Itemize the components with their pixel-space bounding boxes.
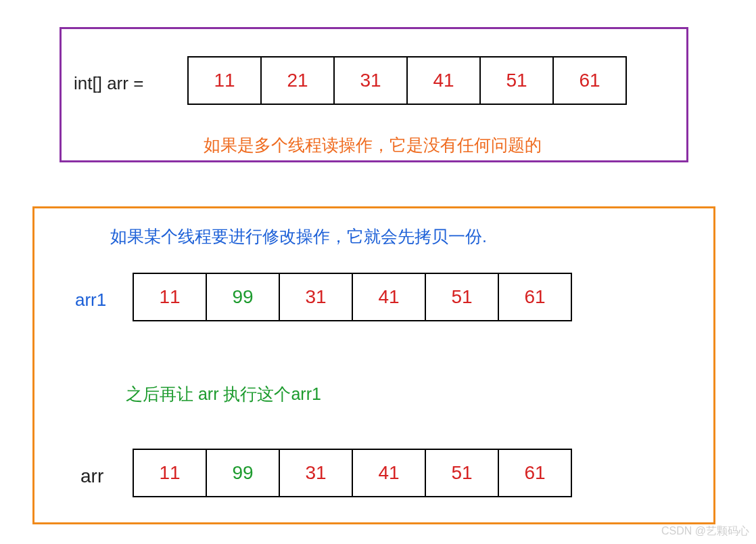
array-cell: 61	[552, 56, 627, 105]
array-cell: 41	[352, 449, 426, 497]
array-cell: 31	[279, 273, 353, 321]
panel-copy-on-write: 如果某个线程要进行修改操作，它就会先拷贝一份. arr1 11 99 31 41…	[32, 206, 715, 524]
panel-original-array: int[] arr = 11 21 31 41 51 61 如果是多个线程读操作…	[60, 27, 688, 162]
note-assign-arr: 之后再让 arr 执行这个arr1	[126, 383, 321, 405]
array-cell: 11	[187, 56, 262, 105]
label-arr: arr	[80, 466, 103, 487]
note-modify-copy: 如果某个线程要进行修改操作，它就会先拷贝一份.	[110, 225, 487, 248]
watermark: CSDN @艺颗码心	[661, 524, 749, 539]
array-cell: 31	[333, 56, 408, 105]
label-arr1: arr1	[75, 290, 106, 311]
array-cell: 51	[425, 273, 499, 321]
array-cell: 61	[498, 273, 572, 321]
note-read-safe: 如果是多个线程读操作，它是没有任何问题的	[204, 134, 542, 156]
array-cell: 51	[479, 56, 554, 105]
array-row-arr: 11 99 31 41 51 61	[133, 449, 572, 497]
label-int-arr: int[] arr =	[74, 73, 143, 94]
array-cell: 51	[425, 449, 499, 497]
array-cell: 41	[406, 56, 481, 105]
array-cell: 11	[133, 273, 207, 321]
array-cell: 41	[352, 273, 426, 321]
array-cell: 61	[498, 449, 572, 497]
array-cell-modified: 99	[206, 273, 280, 321]
array-row-arr1: 11 99 31 41 51 61	[133, 273, 572, 321]
array-row-original: 11 21 31 41 51 61	[187, 56, 627, 105]
array-cell: 21	[260, 56, 335, 105]
array-cell: 11	[133, 449, 207, 497]
array-cell: 31	[279, 449, 353, 497]
array-cell-modified: 99	[206, 449, 280, 497]
